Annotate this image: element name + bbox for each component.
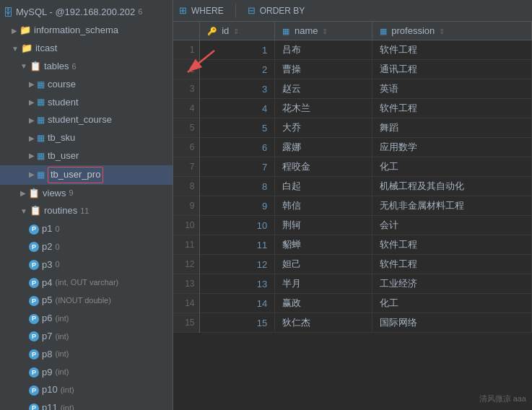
- table-row[interactable]: 14 14 赢政 化工: [173, 294, 532, 313]
- proc-label: p7: [42, 329, 52, 344]
- name-header[interactable]: ▦ name ⇕: [275, 22, 372, 40]
- folder-icon: 📋: [28, 186, 40, 201]
- sidebar-item-student-course[interactable]: ▶ ▦ student_course: [0, 111, 173, 129]
- name-cell: 大乔: [275, 118, 372, 138]
- sidebar-item-tb-sku[interactable]: ▶ ▦ tb_sku: [0, 129, 173, 147]
- table-row[interactable]: 3 3 赵云 英语: [173, 79, 532, 99]
- arrow-icon: ▶: [29, 150, 35, 162]
- table-row[interactable]: 10 10 荆轲 会计: [173, 216, 532, 235]
- proc-icon: P: [29, 367, 39, 378]
- profession-cell: 会计: [372, 216, 531, 235]
- proc-badge: (INOUT double): [55, 295, 110, 308]
- tables-folder-icon: 📋: [30, 59, 41, 74]
- name-cell: 妲己: [275, 255, 372, 274]
- watermark: 清风微凉 aaa: [479, 393, 526, 404]
- table-label: tb_user: [48, 149, 79, 164]
- col-icon: ▦: [380, 27, 387, 35]
- table-row[interactable]: 9 9 韩信 无机非金属材料工程: [173, 196, 532, 216]
- schema-label: itcast: [35, 41, 57, 56]
- sidebar-item-p3[interactable]: P p3 0: [0, 256, 173, 274]
- name-cell: 曹操: [275, 60, 372, 79]
- table-row[interactable]: 11 11 貂蝉 软件工程: [173, 235, 532, 255]
- table-row[interactable]: 1 1 吕布 软件工程: [173, 40, 532, 60]
- table-row[interactable]: 7 7 程咬金 化工: [173, 157, 532, 177]
- arrow-icon: ▼: [20, 206, 27, 217]
- table-row[interactable]: 4 4 花木兰 软件工程: [173, 99, 532, 118]
- table-row[interactable]: 6 6 露娜 应用数学: [173, 138, 532, 157]
- arrow-icon: ▶: [29, 97, 35, 108]
- connection-label: MySQL - @192.168.200.202: [16, 5, 135, 20]
- proc-label: p11: [42, 401, 58, 410]
- table-icon: ▦: [37, 113, 45, 127]
- proc-badge: (int): [61, 384, 74, 397]
- id-cell: 2: [199, 60, 275, 79]
- table-row[interactable]: 12 12 妲己 软件工程: [173, 255, 532, 274]
- table-row[interactable]: 2 2 曹操 通讯工程: [173, 60, 532, 79]
- sidebar-item-p5[interactable]: P p5 (INOUT double): [0, 292, 173, 310]
- name-cell: 韩信: [275, 196, 372, 216]
- views-badge: 9: [69, 187, 74, 200]
- sidebar-item-tb-user[interactable]: ▶ ▦ tb_user: [0, 147, 173, 165]
- sidebar-item-p11[interactable]: P p11 (int): [0, 399, 173, 410]
- name-cell: 程咬金: [275, 157, 372, 177]
- table-icon: ▦: [37, 95, 45, 109]
- sidebar-item-p10[interactable]: P p10 (int): [0, 381, 173, 399]
- profession-cell: 软件工程: [372, 255, 531, 274]
- connection-item[interactable]: 🗄 MySQL - @192.168.200.202 6: [0, 3, 173, 22]
- sidebar-item-tables[interactable]: ▼ 📋 tables 6: [0, 58, 173, 76]
- row-num-cell: 9: [173, 196, 199, 216]
- table-row[interactable]: 5 5 大乔 舞蹈: [173, 118, 532, 138]
- name-cell: 荆轲: [275, 216, 372, 235]
- sidebar-item-tb-user-pro[interactable]: ▶ ▦ tb_user_pro: [0, 165, 173, 185]
- table-icon: ▦: [37, 78, 45, 92]
- id-cell: 1: [199, 40, 275, 60]
- proc-icon: P: [29, 404, 39, 410]
- proc-label: p1: [42, 222, 52, 237]
- sidebar-item-course[interactable]: ▶ ▦ course: [0, 76, 173, 94]
- main-content: ⊞ WHERE ⊟ ORDER BY: [173, 0, 532, 410]
- id-cell: 8: [199, 177, 275, 196]
- sidebar-item-p4[interactable]: P p4 (int, OUT varchar): [0, 274, 173, 292]
- sidebar-item-views[interactable]: ▶ 📋 views 9: [0, 185, 173, 203]
- sidebar-item-information-schema[interactable]: ▶ 📁 information_schema: [0, 22, 173, 40]
- sidebar-item-p7[interactable]: P p7 (int): [0, 328, 173, 346]
- proc-label: p5: [42, 293, 52, 308]
- sidebar-item-p2[interactable]: P p2 0: [0, 238, 173, 256]
- table-row[interactable]: 15 15 狄仁杰 国际网络: [173, 313, 532, 333]
- sidebar-item-p1[interactable]: P p1 0: [0, 220, 173, 238]
- sidebar-item-itcast[interactable]: ▼ 📁 itcast: [0, 40, 173, 58]
- expand-arrow-icon: ▼: [20, 61, 27, 72]
- proc-label: p10: [42, 383, 58, 398]
- folder-icon: 📁: [21, 41, 32, 56]
- proc-badge: 0: [55, 258, 59, 271]
- id-cell: 14: [199, 294, 275, 313]
- name-cell: 赢政: [275, 294, 372, 313]
- arrow-icon: ▶: [29, 115, 35, 126]
- sidebar-item-student[interactable]: ▶ ▦ student: [0, 94, 173, 112]
- col-icon: ▦: [282, 27, 289, 35]
- toolbar-divider: [235, 4, 236, 18]
- arrow-icon: ▶: [29, 133, 35, 144]
- profession-header[interactable]: ▦ profession ⇕: [372, 22, 531, 40]
- row-num-cell: 11: [173, 235, 199, 255]
- id-cell: 4: [199, 99, 275, 118]
- table-row[interactable]: 13 13 半月 工业经济: [173, 274, 532, 294]
- sort-icon: ⇕: [233, 27, 239, 35]
- row-num-cell: 2: [173, 60, 199, 79]
- name-col-label: name: [295, 25, 318, 36]
- table-label: student_course: [48, 113, 112, 128]
- profession-cell: 工业经济: [372, 274, 531, 294]
- proc-badge: (int): [61, 402, 74, 410]
- id-cell: 3: [199, 79, 275, 99]
- row-num-cell: 14: [173, 294, 199, 313]
- id-cell: 12: [199, 255, 275, 274]
- proc-label: p6: [42, 311, 52, 326]
- sidebar-item-routines[interactable]: ▼ 📋 routines 11: [0, 202, 173, 220]
- name-cell: 貂蝉: [275, 235, 372, 255]
- table-row[interactable]: 8 8 白起 机械工程及其自动化: [173, 177, 532, 196]
- sidebar-item-p9[interactable]: P p9 (int): [0, 364, 173, 382]
- sidebar-item-p6[interactable]: P p6 (int): [0, 310, 173, 328]
- sidebar-item-p8[interactable]: P p8 (int): [0, 346, 173, 364]
- id-header[interactable]: 🔑 id ⇕: [199, 22, 275, 40]
- row-num-cell: 8: [173, 177, 199, 196]
